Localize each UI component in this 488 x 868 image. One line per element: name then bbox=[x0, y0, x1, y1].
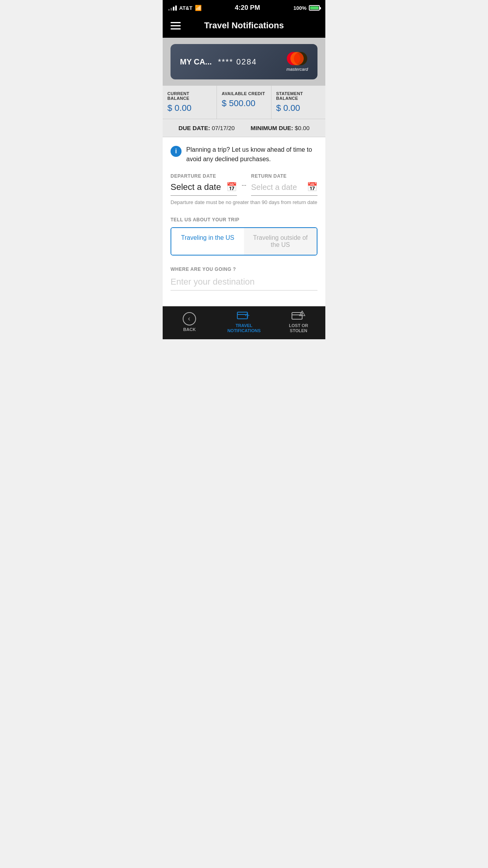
date-section: DEPARTURE DATE Select a date 📅 -- RETURN… bbox=[171, 173, 317, 196]
card-number: **** 0284 bbox=[218, 57, 257, 66]
card-name: MY CA... bbox=[180, 57, 212, 66]
info-text: Planning a trip? Let us know ahead of ti… bbox=[186, 145, 317, 164]
destination-label: WHERE ARE YOU GOING ? bbox=[171, 267, 317, 272]
info-banner: i Planning a trip? Let us know ahead of … bbox=[171, 145, 317, 164]
destination-input[interactable]: Enter your destination bbox=[171, 277, 317, 291]
status-left: AT&T 📶 bbox=[168, 5, 202, 11]
return-date-placeholder: Select a date bbox=[251, 183, 304, 192]
available-credit: AVAILABLE CREDIT $ 500.00 bbox=[217, 86, 271, 119]
minimum-due-value: $0.00 bbox=[295, 125, 310, 131]
statement-balance-value: $ 0.00 bbox=[276, 103, 321, 113]
destination-section: WHERE ARE YOU GOING ? Enter your destina… bbox=[171, 267, 317, 291]
current-balance: CURRENT BALANCE $ 0.00 bbox=[163, 86, 217, 119]
available-credit-value: $ 500.00 bbox=[222, 98, 266, 108]
return-calendar-icon[interactable]: 📅 bbox=[307, 182, 317, 192]
departure-date-label: DEPARTURE DATE bbox=[171, 173, 237, 179]
statement-balance-label: STATEMENT BALANCE bbox=[276, 91, 321, 101]
battery-icon bbox=[309, 5, 320, 11]
departure-calendar-icon[interactable]: 📅 bbox=[226, 182, 237, 192]
date-hint: Departure date must be no greater than 9… bbox=[171, 199, 317, 206]
nav-back[interactable]: ‹ BACK bbox=[174, 312, 205, 332]
card-section: MY CA... **** 0284 mastercard bbox=[163, 38, 325, 86]
main-content: i Planning a trip? Let us know ahead of … bbox=[163, 137, 325, 306]
due-date-value: 07/17/20 bbox=[212, 125, 235, 131]
wifi-icon: 📶 bbox=[195, 5, 202, 11]
trip-option-us[interactable]: Traveling in the US bbox=[171, 228, 244, 255]
status-right: 100% bbox=[294, 5, 320, 11]
departure-date-placeholder: Select a date bbox=[171, 182, 223, 192]
menu-button[interactable] bbox=[171, 22, 181, 29]
date-separator: -- bbox=[242, 181, 246, 189]
clock: 4:20 PM bbox=[235, 4, 260, 12]
status-bar: AT&T 📶 4:20 PM 100% bbox=[163, 0, 325, 16]
nav-lost-label: LOST ORSTOLEN bbox=[289, 323, 308, 333]
credit-card: MY CA... **** 0284 mastercard bbox=[171, 44, 317, 79]
back-arrow-icon: ‹ bbox=[188, 314, 190, 323]
departure-date-input[interactable]: Select a date 📅 bbox=[171, 182, 237, 196]
mastercard-logo: mastercard bbox=[286, 52, 308, 72]
departure-date-field: DEPARTURE DATE Select a date 📅 bbox=[171, 173, 237, 196]
page-title: Travel Notifications bbox=[181, 20, 307, 31]
current-balance-label: CURRENT BALANCE bbox=[167, 91, 212, 101]
nav-travel-label: TRAVELNOTIFICATIONS bbox=[227, 323, 261, 333]
svg-text:!: ! bbox=[302, 312, 303, 316]
header: Travel Notifications bbox=[163, 16, 325, 38]
mastercard-label: mastercard bbox=[286, 67, 308, 72]
current-balance-value: $ 0.00 bbox=[167, 103, 212, 113]
travel-notifications-icon: ✈ bbox=[237, 311, 251, 322]
svg-text:✈: ✈ bbox=[245, 312, 250, 319]
statement-balance: STATEMENT BALANCE $ 0.00 bbox=[272, 86, 325, 119]
due-date: DUE DATE: 07/17/20 bbox=[178, 125, 235, 131]
battery-percent: 100% bbox=[294, 5, 306, 11]
lost-stolen-icon: ! bbox=[292, 311, 306, 322]
bottom-nav: ‹ BACK ✈ TRAVELNOTIFICATIONS ! LOST ORST… bbox=[163, 306, 325, 339]
minimum-due: MINIMUM DUE: $0.00 bbox=[251, 125, 310, 131]
info-icon: i bbox=[171, 146, 182, 157]
return-date-field: RETURN DATE Select a date 📅 bbox=[251, 173, 317, 196]
minimum-due-label: MINIMUM DUE: bbox=[251, 125, 293, 131]
carrier-label: AT&T bbox=[179, 5, 193, 11]
back-circle-icon: ‹ bbox=[183, 312, 196, 326]
return-date-label: RETURN DATE bbox=[251, 173, 317, 179]
balance-bar: CURRENT BALANCE $ 0.00 AVAILABLE CREDIT … bbox=[163, 86, 325, 119]
nav-back-label: BACK bbox=[183, 327, 196, 332]
trip-toggle: Traveling in the US Traveling outside of… bbox=[171, 227, 317, 256]
due-date-bar: DUE DATE: 07/17/20 MINIMUM DUE: $0.00 bbox=[163, 119, 325, 137]
return-date-input[interactable]: Select a date 📅 bbox=[251, 182, 317, 196]
available-credit-label: AVAILABLE CREDIT bbox=[222, 91, 266, 96]
card-info: MY CA... **** 0284 bbox=[180, 57, 257, 66]
signal-icon bbox=[168, 6, 177, 11]
due-date-label: DUE DATE: bbox=[178, 125, 210, 131]
trip-option-international[interactable]: Traveling outside of the US bbox=[244, 228, 317, 255]
nav-lost-stolen[interactable]: ! LOST ORSTOLEN bbox=[283, 311, 314, 333]
trip-type-label: TELL US ABOUT YOUR TRIP bbox=[171, 217, 317, 223]
nav-travel-notifications[interactable]: ✈ TRAVELNOTIFICATIONS bbox=[227, 311, 261, 333]
